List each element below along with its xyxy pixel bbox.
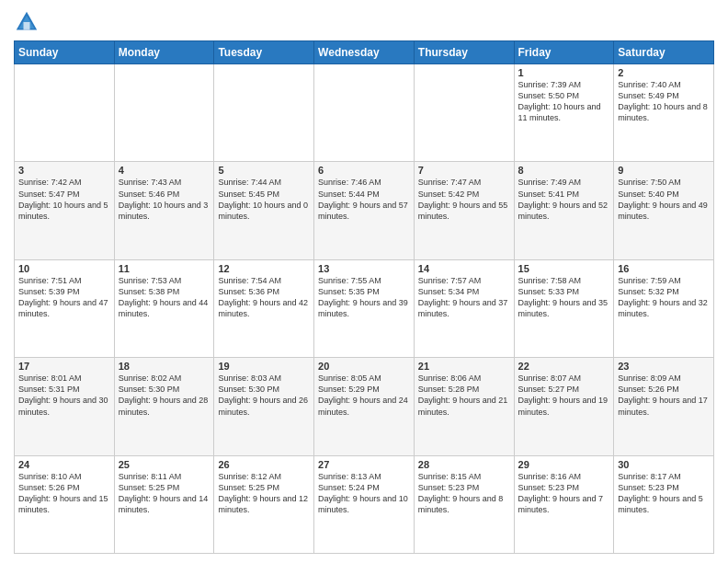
calendar-cell[interactable]: 15Sunrise: 7:58 AM Sunset: 5:33 PM Dayli… [514, 259, 614, 357]
calendar-cell[interactable]: 25Sunrise: 8:11 AM Sunset: 5:25 PM Dayli… [114, 455, 214, 553]
day-number: 8 [518, 165, 610, 176]
day-info: Sunrise: 7:44 AM Sunset: 5:45 PM Dayligh… [218, 177, 310, 222]
calendar-cell[interactable]: 12Sunrise: 7:54 AM Sunset: 5:36 PM Dayli… [214, 259, 314, 357]
calendar-cell[interactable]: 23Sunrise: 8:09 AM Sunset: 5:26 PM Dayli… [614, 358, 714, 455]
day-info: Sunrise: 8:09 AM Sunset: 5:26 PM Dayligh… [618, 373, 710, 418]
day-number: 19 [218, 361, 310, 372]
weekday-header-friday: Friday [514, 41, 614, 64]
calendar-cell[interactable]: 20Sunrise: 8:05 AM Sunset: 5:29 PM Dayli… [314, 358, 415, 455]
calendar-cell[interactable]: 2Sunrise: 7:40 AM Sunset: 5:49 PM Daylig… [614, 64, 714, 162]
day-info: Sunrise: 8:10 AM Sunset: 5:26 PM Dayligh… [18, 471, 110, 516]
calendar-cell[interactable]: 7Sunrise: 7:47 AM Sunset: 5:42 PM Daylig… [414, 162, 514, 259]
day-info: Sunrise: 8:02 AM Sunset: 5:30 PM Dayligh… [119, 373, 210, 418]
weekday-header-saturday: Saturday [614, 41, 714, 64]
day-info: Sunrise: 8:13 AM Sunset: 5:24 PM Dayligh… [318, 471, 410, 516]
day-info: Sunrise: 8:11 AM Sunset: 5:25 PM Dayligh… [119, 471, 210, 516]
calendar-cell[interactable]: 4Sunrise: 7:43 AM Sunset: 5:46 PM Daylig… [114, 162, 214, 259]
calendar-cell[interactable]: 17Sunrise: 8:01 AM Sunset: 5:31 PM Dayli… [15, 358, 115, 455]
calendar-cell[interactable] [15, 64, 115, 162]
day-number: 5 [218, 165, 310, 176]
calendar-cell[interactable]: 5Sunrise: 7:44 AM Sunset: 5:45 PM Daylig… [214, 162, 314, 259]
calendar-cell[interactable]: 26Sunrise: 8:12 AM Sunset: 5:25 PM Dayli… [214, 455, 314, 553]
calendar-cell[interactable]: 21Sunrise: 8:06 AM Sunset: 5:28 PM Dayli… [414, 358, 514, 455]
header [14, 9, 714, 35]
calendar-cell[interactable]: 16Sunrise: 7:59 AM Sunset: 5:32 PM Dayli… [614, 259, 714, 357]
day-info: Sunrise: 8:12 AM Sunset: 5:25 PM Dayligh… [218, 471, 310, 516]
day-number: 28 [418, 459, 510, 470]
calendar-cell[interactable]: 13Sunrise: 7:55 AM Sunset: 5:35 PM Dayli… [314, 259, 415, 357]
day-info: Sunrise: 8:16 AM Sunset: 5:23 PM Dayligh… [518, 471, 610, 516]
calendar-cell[interactable]: 27Sunrise: 8:13 AM Sunset: 5:24 PM Dayli… [314, 455, 415, 553]
day-info: Sunrise: 8:06 AM Sunset: 5:28 PM Dayligh… [418, 373, 510, 418]
calendar-cell[interactable]: 9Sunrise: 7:50 AM Sunset: 5:40 PM Daylig… [614, 162, 714, 259]
day-number: 12 [218, 263, 310, 274]
weekday-header-sunday: Sunday [15, 41, 115, 64]
calendar-cell[interactable] [414, 64, 514, 162]
day-number: 4 [119, 165, 210, 176]
day-number: 30 [618, 459, 710, 470]
calendar-cell[interactable]: 1Sunrise: 7:39 AM Sunset: 5:50 PM Daylig… [514, 64, 614, 162]
calendar-cell[interactable] [114, 64, 214, 162]
week-row-4: 24Sunrise: 8:10 AM Sunset: 5:26 PM Dayli… [15, 455, 714, 553]
calendar-cell[interactable]: 29Sunrise: 8:16 AM Sunset: 5:23 PM Dayli… [514, 455, 614, 553]
calendar-cell[interactable]: 6Sunrise: 7:46 AM Sunset: 5:44 PM Daylig… [314, 162, 415, 259]
calendar-cell[interactable]: 8Sunrise: 7:49 AM Sunset: 5:41 PM Daylig… [514, 162, 614, 259]
day-number: 14 [418, 263, 510, 274]
day-info: Sunrise: 7:55 AM Sunset: 5:35 PM Dayligh… [318, 275, 410, 320]
day-number: 23 [618, 361, 710, 372]
calendar-cell[interactable] [314, 64, 415, 162]
day-info: Sunrise: 7:53 AM Sunset: 5:38 PM Dayligh… [119, 275, 210, 320]
calendar-cell[interactable]: 3Sunrise: 7:42 AM Sunset: 5:47 PM Daylig… [15, 162, 115, 259]
day-info: Sunrise: 8:17 AM Sunset: 5:23 PM Dayligh… [618, 471, 710, 516]
day-info: Sunrise: 7:51 AM Sunset: 5:39 PM Dayligh… [18, 275, 110, 320]
weekday-header-monday: Monday [114, 41, 214, 64]
day-info: Sunrise: 7:58 AM Sunset: 5:33 PM Dayligh… [518, 275, 610, 320]
logo-icon [14, 9, 40, 35]
day-info: Sunrise: 7:42 AM Sunset: 5:47 PM Dayligh… [18, 177, 110, 222]
calendar-cell[interactable]: 10Sunrise: 7:51 AM Sunset: 5:39 PM Dayli… [15, 259, 115, 357]
day-info: Sunrise: 7:47 AM Sunset: 5:42 PM Dayligh… [418, 177, 510, 222]
day-number: 15 [518, 263, 610, 274]
calendar-cell[interactable]: 30Sunrise: 8:17 AM Sunset: 5:23 PM Dayli… [614, 455, 714, 553]
day-info: Sunrise: 8:05 AM Sunset: 5:29 PM Dayligh… [318, 373, 410, 418]
calendar-cell[interactable]: 28Sunrise: 8:15 AM Sunset: 5:23 PM Dayli… [414, 455, 514, 553]
day-number: 27 [318, 459, 410, 470]
day-info: Sunrise: 7:43 AM Sunset: 5:46 PM Dayligh… [119, 177, 210, 222]
svg-rect-2 [24, 22, 30, 29]
day-number: 9 [618, 165, 710, 176]
day-info: Sunrise: 8:03 AM Sunset: 5:30 PM Dayligh… [218, 373, 310, 418]
day-info: Sunrise: 8:01 AM Sunset: 5:31 PM Dayligh… [18, 373, 110, 418]
day-number: 3 [18, 165, 110, 176]
day-number: 2 [618, 67, 710, 78]
day-info: Sunrise: 7:59 AM Sunset: 5:32 PM Dayligh… [618, 275, 710, 320]
day-number: 10 [18, 263, 110, 274]
day-number: 26 [218, 459, 310, 470]
calendar-cell[interactable]: 24Sunrise: 8:10 AM Sunset: 5:26 PM Dayli… [15, 455, 115, 553]
day-number: 1 [518, 67, 610, 78]
calendar-cell[interactable]: 18Sunrise: 8:02 AM Sunset: 5:30 PM Dayli… [114, 358, 214, 455]
day-number: 13 [318, 263, 410, 274]
day-info: Sunrise: 7:46 AM Sunset: 5:44 PM Dayligh… [318, 177, 410, 222]
day-number: 7 [418, 165, 510, 176]
calendar-cell[interactable]: 11Sunrise: 7:53 AM Sunset: 5:38 PM Dayli… [114, 259, 214, 357]
day-info: Sunrise: 8:07 AM Sunset: 5:27 PM Dayligh… [518, 373, 610, 418]
day-number: 6 [318, 165, 410, 176]
calendar-cell[interactable]: 22Sunrise: 8:07 AM Sunset: 5:27 PM Dayli… [514, 358, 614, 455]
day-info: Sunrise: 7:40 AM Sunset: 5:49 PM Dayligh… [618, 79, 710, 124]
day-number: 24 [18, 459, 110, 470]
calendar-cell[interactable] [214, 64, 314, 162]
calendar-cell[interactable]: 14Sunrise: 7:57 AM Sunset: 5:34 PM Dayli… [414, 259, 514, 357]
day-number: 25 [119, 459, 210, 470]
day-number: 22 [518, 361, 610, 372]
calendar-cell[interactable]: 19Sunrise: 8:03 AM Sunset: 5:30 PM Dayli… [214, 358, 314, 455]
logo [14, 9, 43, 35]
week-row-0: 1Sunrise: 7:39 AM Sunset: 5:50 PM Daylig… [15, 64, 714, 162]
weekday-header-thursday: Thursday [414, 41, 514, 64]
week-row-2: 10Sunrise: 7:51 AM Sunset: 5:39 PM Dayli… [15, 259, 714, 357]
day-number: 20 [318, 361, 410, 372]
weekday-header-wednesday: Wednesday [314, 41, 415, 64]
day-info: Sunrise: 7:57 AM Sunset: 5:34 PM Dayligh… [418, 275, 510, 320]
week-row-1: 3Sunrise: 7:42 AM Sunset: 5:47 PM Daylig… [15, 162, 714, 259]
calendar: SundayMondayTuesdayWednesdayThursdayFrid… [14, 40, 714, 554]
weekday-header-row: SundayMondayTuesdayWednesdayThursdayFrid… [15, 41, 714, 64]
